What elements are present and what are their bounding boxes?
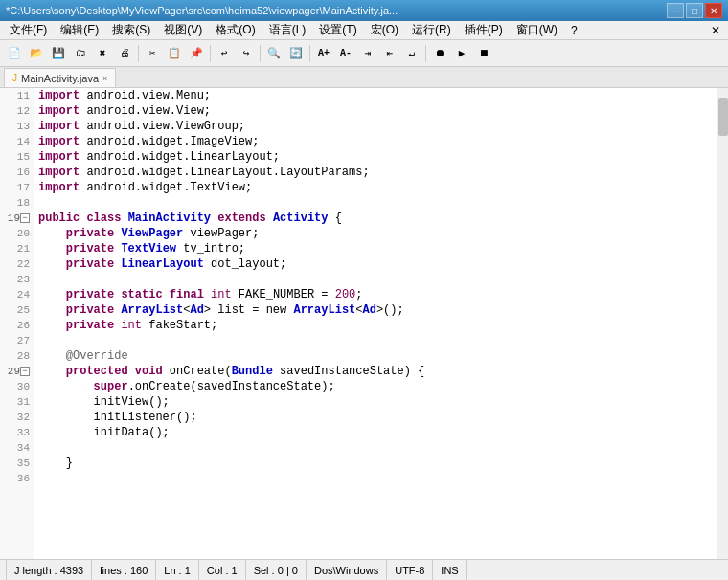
status-lines: lines : 160 [92, 560, 156, 580]
code-line: import android.widget.TextView; [38, 180, 713, 195]
code-line: protected void onCreate(Bundle savedInst… [38, 364, 713, 379]
code-token: } [38, 457, 73, 470]
tb-copy[interactable]: 📋 [164, 43, 185, 64]
code-token [204, 288, 211, 301]
menu-plugins[interactable]: 插件(P) [459, 21, 509, 39]
tb-redo[interactable]: ↪ [236, 43, 257, 64]
tb-close[interactable]: ✖ [92, 43, 113, 64]
code-token [128, 365, 135, 378]
code-token: @Override [38, 349, 128, 363]
tb-print[interactable]: 🖨 [114, 43, 135, 64]
tb-find[interactable]: 🔍 [263, 43, 284, 64]
tb-save[interactable]: 💾 [48, 43, 69, 64]
code-area[interactable]: import android.view.Menu;import android.… [34, 88, 717, 559]
menu-language[interactable]: 语言(L) [263, 21, 312, 39]
code-token [121, 212, 127, 225]
line-number: 14 [0, 134, 34, 149]
code-token: void [135, 365, 163, 378]
code-token: ArrayList [293, 303, 355, 317]
tb-zoom-in[interactable]: A+ [313, 43, 334, 64]
code-token: tv_intro; [176, 242, 245, 256]
code-token: private [38, 319, 114, 332]
menu-file[interactable]: 文件(F) [4, 21, 53, 39]
code-token: public [38, 212, 80, 225]
code-token: .onCreate(savedInstanceState); [128, 380, 335, 393]
tb-macro[interactable]: ⏺ [429, 43, 450, 64]
code-line [38, 333, 713, 348]
menu-window[interactable]: 窗口(W) [511, 21, 563, 39]
line-number: 36 [0, 471, 34, 486]
title-bar-buttons: ─ □ ✕ [667, 3, 722, 18]
code-line: import android.view.ViewGroup; [38, 119, 713, 134]
minimize-button[interactable]: ─ [667, 3, 684, 18]
tb-replace[interactable]: 🔄 [285, 43, 307, 64]
code-token: { [329, 212, 342, 225]
code-token: initView(); [38, 395, 170, 409]
line-number: 19− [0, 211, 34, 226]
tb-zoom-out[interactable]: A- [335, 43, 356, 64]
line-number: 17 [0, 180, 34, 195]
tab-close-button[interactable]: × [102, 74, 107, 83]
menu-search[interactable]: 搜索(S) [106, 21, 156, 39]
maximize-button[interactable]: □ [686, 3, 703, 18]
line-number: 15 [0, 149, 34, 165]
code-token: LinearLayout [121, 257, 203, 271]
menu-view[interactable]: 视图(V) [158, 21, 208, 39]
menu-edit[interactable]: 编辑(E) [55, 21, 104, 39]
line-number: 28 [0, 348, 34, 364]
tb-save-all[interactable]: 🗂 [70, 43, 91, 64]
vertical-scrollbar[interactable] [717, 88, 728, 559]
code-line [38, 471, 713, 486]
tb-stop[interactable]: ⏹ [473, 43, 494, 64]
line-number: 33 [0, 425, 34, 440]
menu-macro[interactable]: 宏(O) [365, 21, 404, 39]
tab-main-activity[interactable]: J MainActivity.java × [4, 68, 116, 87]
status-line-ending: Dos\Windows [307, 560, 387, 580]
tb-outdent[interactable]: ⇤ [379, 43, 400, 64]
code-line: private static final int FAKE_NUMBER = 2… [38, 287, 713, 302]
tb-undo[interactable]: ↩ [214, 43, 235, 64]
code-line [38, 272, 713, 287]
tb-play[interactable]: ▶ [451, 43, 472, 64]
status-bar: J length : 4393 lines : 160 Ln : 1 Col :… [0, 559, 728, 580]
code-token: private [38, 288, 114, 301]
menu-close-x[interactable]: ✕ [711, 24, 724, 37]
status-col: Col : 1 [199, 560, 246, 580]
menu-bar: 文件(F) 编辑(E) 搜索(S) 视图(V) 格式(O) 语言(L) 设置(T… [0, 21, 728, 40]
code-token: import [38, 150, 80, 164]
code-token: extends [217, 212, 265, 225]
tb-sep5 [425, 45, 426, 62]
tb-cut[interactable]: ✂ [142, 43, 163, 64]
close-button[interactable]: ✕ [705, 3, 722, 18]
line-number: 35 [0, 456, 34, 471]
code-token: import [38, 135, 80, 148]
code-line: initListener(); [38, 410, 713, 425]
fold-icon[interactable]: − [20, 213, 30, 223]
status-encoding: UTF-8 [387, 560, 433, 580]
tb-indent[interactable]: ⇥ [357, 43, 378, 64]
code-line [38, 195, 713, 211]
menu-settings[interactable]: 设置(T) [313, 21, 362, 39]
tb-sep1 [138, 45, 139, 62]
line-number: 11 [0, 88, 34, 103]
code-token: android.view.View; [80, 104, 211, 118]
tb-wrap[interactable]: ↵ [401, 43, 422, 64]
fold-icon[interactable]: − [20, 367, 30, 376]
code-line: private ViewPager viewPager; [38, 226, 713, 241]
scrollbar-thumb[interactable] [718, 98, 728, 136]
menu-help[interactable]: ? [565, 23, 583, 38]
title-bar-text: *C:\Users\sony\Desktop\MyViewPager\src\c… [6, 5, 667, 16]
menu-format[interactable]: 格式(O) [210, 21, 261, 39]
status-ln: Ln : 1 [156, 560, 199, 580]
code-token: MainActivity [128, 212, 211, 225]
tb-paste[interactable]: 📌 [186, 43, 207, 64]
code-token: android.widget.LinearLayout.LayoutParams… [80, 166, 369, 179]
tb-open[interactable]: 📂 [26, 43, 47, 64]
code-token: private [38, 227, 114, 240]
tb-new[interactable]: 📄 [4, 43, 25, 64]
tb-sep4 [309, 45, 310, 62]
code-token: final [170, 288, 204, 301]
menu-run[interactable]: 运行(R) [406, 21, 457, 39]
line-number: 22 [0, 257, 34, 272]
code-token: android.widget.ImageView; [80, 135, 259, 148]
